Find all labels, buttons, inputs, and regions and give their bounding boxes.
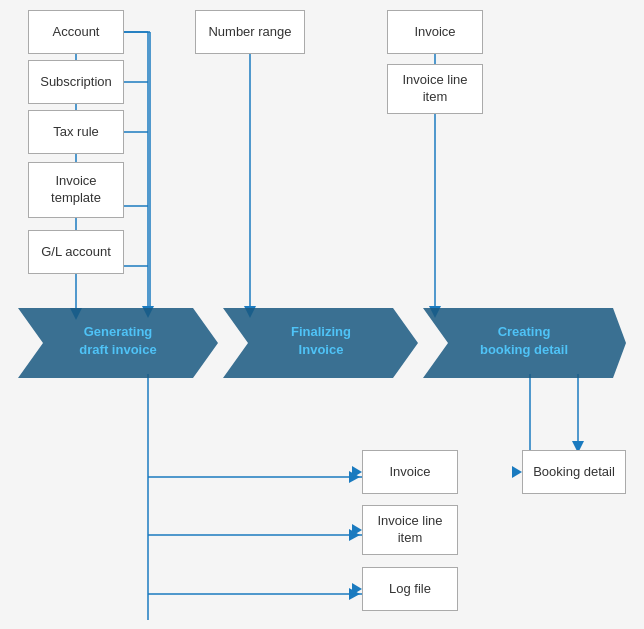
- svg-text:Creating: Creating: [498, 324, 551, 339]
- number-range-box: Number range: [195, 10, 305, 54]
- process-svg: Generating draft invoice Finalizing Invo…: [18, 308, 626, 378]
- tax-rule-box: Tax rule: [28, 110, 124, 154]
- account-box: Account: [28, 10, 124, 54]
- invoice-top-box: Invoice: [387, 10, 483, 54]
- svg-text:booking detail: booking detail: [480, 342, 568, 357]
- log-file-box: Log file: [362, 567, 458, 611]
- svg-text:Finalizing: Finalizing: [291, 324, 351, 339]
- svg-marker-18: [349, 471, 360, 483]
- svg-marker-38: [352, 466, 362, 478]
- svg-text:draft invoice: draft invoice: [79, 342, 156, 357]
- svg-marker-39: [352, 524, 362, 536]
- gl-account-box: G/L account: [28, 230, 124, 274]
- invoice-template-box: Invoice template: [28, 162, 124, 218]
- invoice-bottom-box: Invoice: [362, 450, 458, 494]
- svg-text:Invoice: Invoice: [299, 342, 344, 357]
- invoice-line-top-box: Invoice line item: [387, 64, 483, 114]
- svg-text:Generating: Generating: [84, 324, 153, 339]
- invoice-line-bottom-box: Invoice line item: [362, 505, 458, 555]
- svg-marker-22: [349, 588, 360, 600]
- svg-marker-41: [512, 466, 522, 478]
- subscription-box: Subscription: [28, 60, 124, 104]
- booking-detail-box: Booking detail: [522, 450, 626, 494]
- diagram: Account Subscription Tax rule Invoice te…: [0, 0, 644, 629]
- svg-marker-20: [349, 529, 360, 541]
- svg-marker-40: [352, 583, 362, 595]
